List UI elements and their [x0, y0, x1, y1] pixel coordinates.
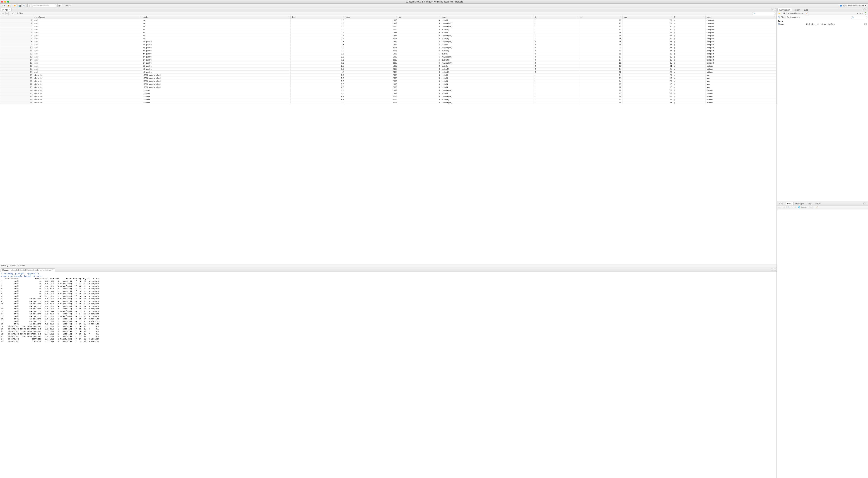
table-row[interactable]: 2audia41.819994manual(m5)f2129pcompact: [0, 22, 776, 25]
table-row[interactable]: 24chevroletcorvette5.719998manual(m6)r16…: [0, 89, 776, 92]
maximize-env-button[interactable]: ▢: [865, 8, 867, 10]
column-header[interactable]: cyl◇: [398, 16, 441, 19]
table-row[interactable]: 5audia42.819996auto(l5)f1626pcompact: [0, 31, 776, 34]
tab-help[interactable]: Help: [806, 202, 813, 205]
table-row[interactable]: 3audia42.020084manual(m6)f2031pcompact: [0, 25, 776, 28]
table-row[interactable]: 7audia43.120086auto(av)f1827pcompact: [0, 37, 776, 40]
zoom-window-button[interactable]: [7, 1, 9, 3]
grid-view-button[interactable]: ▦: [58, 4, 62, 7]
new-file-button[interactable]: ＋: [1, 4, 6, 7]
column-header[interactable]: model◇: [142, 16, 290, 19]
column-header[interactable]: cty◇: [579, 16, 622, 19]
maximize-plots-button[interactable]: ▢: [865, 202, 867, 204]
close-window-button[interactable]: [1, 1, 3, 3]
table-row[interactable]: 1audia41.819994auto(l5)f1829pcompact: [0, 19, 776, 22]
next-plot-button[interactable]: ⟹: [782, 206, 785, 209]
tab-environment[interactable]: Environment: [777, 8, 792, 11]
clear-workspace-button[interactable]: 🧹: [805, 12, 808, 15]
column-header[interactable]: trans◇: [441, 16, 533, 19]
column-header[interactable]: hwy◇: [622, 16, 673, 19]
table-row[interactable]: 27chevroletcorvette6.220088auto(s6)r1525…: [0, 98, 776, 101]
tab-history[interactable]: History: [792, 8, 802, 11]
table-row[interactable]: 26chevroletcorvette6.220088manual(m6)r16…: [0, 95, 776, 98]
view-data-icon[interactable]: [864, 23, 867, 25]
import-dataset-menu[interactable]: ▦ Import Dataset: [787, 12, 803, 14]
tab-console[interactable]: Console ~/Google Drive/GitHub/ggplot wor…: [1, 268, 55, 272]
column-header[interactable]: drv◇: [533, 16, 579, 19]
table-row[interactable]: 14audia4 quattro3.120086auto(s6)41725pco…: [0, 58, 776, 61]
tab-build[interactable]: Build: [802, 8, 810, 11]
list-mode-menu[interactable]: List: [857, 12, 863, 14]
data-search-input[interactable]: [752, 12, 775, 15]
zoom-button[interactable]: 🔍 Zoom: [787, 206, 796, 209]
forward-button[interactable]: ⟹: [5, 12, 9, 15]
column-header[interactable]: fl◇: [673, 16, 706, 19]
minimize-env-button[interactable]: —: [863, 8, 865, 10]
minimize-console-button[interactable]: —: [771, 269, 773, 271]
table-row[interactable]: 23chevroletc1500 suburban 2wd6.020088aut…: [0, 86, 776, 89]
env-toolbar: 📂 💾 ▦ Import Dataset 🧹 List: [777, 11, 868, 16]
project-menu[interactable]: ggplot workshop bookdown ▾: [839, 4, 867, 7]
table-row[interactable]: 6audia42.819996manual(m5)f1826pcompact: [0, 34, 776, 37]
column-header[interactable]: displ◇: [290, 16, 345, 19]
tab-mpg[interactable]: ▦ mpg ×: [1, 8, 12, 11]
export-menu[interactable]: 🌐 Export: [798, 206, 807, 208]
maximize-console-button[interactable]: ▢: [774, 269, 776, 271]
minimize-pane-button[interactable]: —: [771, 8, 773, 10]
tab-packages[interactable]: Packages: [794, 202, 806, 205]
source-tabs: ▦ mpg × — ▢: [0, 8, 776, 11]
table-row[interactable]: 21chevroletc1500 suburban 2wd5.320088aut…: [0, 80, 776, 83]
load-workspace-button[interactable]: 📂: [778, 12, 781, 15]
filter-button[interactable]: Filter: [17, 12, 23, 14]
table-row[interactable]: 22chevroletc1500 suburban 2wd5.719998aut…: [0, 83, 776, 86]
console-output[interactable]: > data(mpg, package = "ggplot2")> mpg # …: [0, 272, 776, 478]
env-scope-menu[interactable]: Global Environment ▾: [781, 16, 800, 19]
tab-files[interactable]: Files: [777, 202, 785, 205]
column-header[interactable]: class◇: [706, 16, 776, 19]
save-workspace-button[interactable]: 💾: [782, 12, 785, 15]
column-header[interactable]: manufacturer◇: [33, 16, 142, 19]
back-button[interactable]: ⟸: [1, 12, 4, 15]
popout-button[interactable]: ⧉: [11, 12, 14, 15]
column-header[interactable]: year◇: [345, 16, 398, 19]
table-row[interactable]: 28chevroletcorvette7.020088manual(m6)r15…: [0, 101, 776, 104]
open-file-button[interactable]: 📂: [13, 4, 17, 7]
table-row[interactable]: 15audia4 quattro3.120086manual(m6)41525p…: [0, 61, 776, 64]
data-grid[interactable]: manufacturer◇model◇displ◇year◇cyl◇trans◇…: [0, 16, 776, 264]
env-search-input[interactable]: [851, 16, 867, 19]
table-row[interactable]: 12audia4 quattro2.819996auto(l5)41525pco…: [0, 52, 776, 55]
remove-plot-button[interactable]: ✖: [809, 206, 813, 209]
plots-tabs: Files Plots Packages Help Viewer — ▢: [777, 202, 868, 206]
table-row[interactable]: 13audia4 quattro2.819996manual(m5)41725p…: [0, 55, 776, 58]
minimize-plots-button[interactable]: —: [863, 202, 865, 204]
column-header[interactable]: [0, 16, 33, 19]
clear-plots-button[interactable]: 🧹: [815, 206, 818, 209]
table-row[interactable]: 18audia6 quattro4.220088auto(s6)41623pmi…: [0, 70, 776, 73]
table-row[interactable]: 10audia4 quattro2.020084manual(m6)42028p…: [0, 46, 776, 49]
print-button[interactable]: 🖨: [27, 4, 31, 7]
table-row[interactable]: 17audia6 quattro3.120086auto(s6)41725pmi…: [0, 67, 776, 70]
table-row[interactable]: 19chevroletc1500 suburban 2wd5.320088aut…: [0, 73, 776, 77]
minimize-window-button[interactable]: [4, 1, 6, 3]
new-project-button[interactable]: ▣: [7, 4, 11, 7]
table-row[interactable]: 25chevroletcorvette5.719998auto(l4)r1523…: [0, 92, 776, 95]
save-button[interactable]: 💾: [18, 4, 22, 7]
close-tab-icon[interactable]: ×: [9, 9, 10, 11]
expand-icon[interactable]: +: [778, 23, 780, 25]
goto-file-input[interactable]: ↪ Go to file/function: [33, 4, 56, 7]
maximize-pane-button[interactable]: ▢: [774, 8, 776, 10]
save-all-button[interactable]: ⎘: [22, 4, 26, 7]
table-row[interactable]: 8audia4 quattro1.819994manual(m5)41826pc…: [0, 40, 776, 43]
tab-plots[interactable]: Plots: [785, 202, 793, 205]
table-row[interactable]: 16audia6 quattro2.819996auto(l5)41524pmi…: [0, 64, 776, 67]
refresh-env-button[interactable]: [864, 12, 867, 15]
prev-plot-button[interactable]: ⟸: [778, 206, 781, 209]
addins-menu[interactable]: Addins: [64, 4, 72, 7]
table-row[interactable]: 4audia42.020084auto(av)f2130pcompact: [0, 28, 776, 31]
table-row[interactable]: 20chevroletc1500 suburban 2wd5.320088aut…: [0, 77, 776, 80]
tab-viewer[interactable]: Viewer: [813, 202, 823, 205]
table-row[interactable]: 11audia4 quattro2.020084auto(s6)41927pco…: [0, 49, 776, 52]
table-row[interactable]: 9audia4 quattro1.819994auto(l5)41625pcom…: [0, 43, 776, 46]
console-popout-icon[interactable]: ⇱: [52, 269, 53, 271]
env-item[interactable]: +mpg234 obs. of 11 variables: [778, 23, 867, 25]
